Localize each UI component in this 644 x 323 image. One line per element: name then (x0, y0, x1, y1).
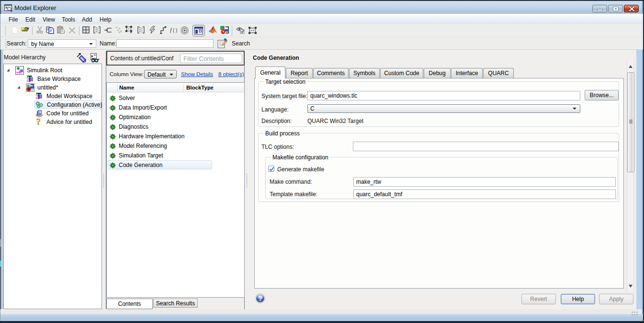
svg-text:?: ? (258, 295, 262, 302)
svg-text:?: ? (36, 118, 41, 126)
svg-text:( ): ( ) (173, 28, 177, 33)
svg-text:f: f (170, 27, 172, 33)
